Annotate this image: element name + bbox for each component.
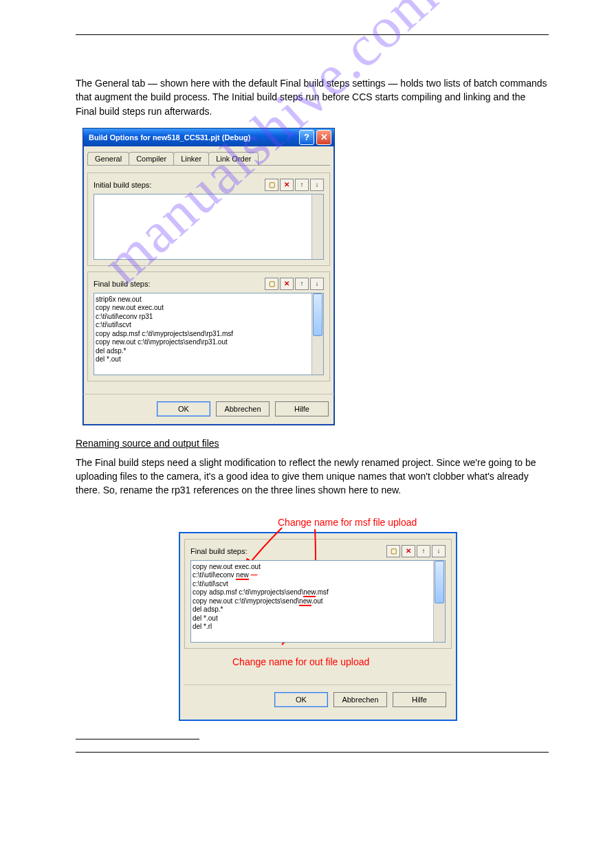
move-down-icon[interactable]: ↓ xyxy=(310,278,324,290)
intro-paragraph: The General tab — shown here with the de… xyxy=(76,76,549,118)
list-item[interactable]: copy adsp.msf c:\ti\myprojects\send\rp31… xyxy=(96,330,322,339)
list-item[interactable]: c:\ti\util\econv new — xyxy=(193,571,443,580)
ok-button[interactable]: OK xyxy=(157,401,210,416)
close-icon[interactable]: ✕ xyxy=(316,130,331,145)
list-item[interactable]: copy new.out exec.out xyxy=(96,304,322,313)
footer-divider xyxy=(76,752,549,753)
list-item[interactable]: del *.out xyxy=(96,355,322,364)
cancel-button[interactable]: Abbrechen xyxy=(333,692,387,707)
rename-section-heading: Renaming source and output files xyxy=(76,438,549,449)
list-item[interactable]: del *.out xyxy=(193,614,443,623)
tab-strip: General Compiler Linker Link Order xyxy=(87,152,330,166)
build-options-dialog-fragment: Final build steps: ▢ ✕ ↑ ↓ copy new.out … xyxy=(179,532,457,721)
new-step-icon[interactable]: ▢ xyxy=(265,278,278,290)
callout-out-upload: Change name for out file upload xyxy=(232,656,369,667)
list-item[interactable]: c:\ti\util\scvt xyxy=(96,321,322,330)
dialog-title: Build Options for new518_CCS31.pjt (Debu… xyxy=(89,133,297,142)
ok-button[interactable]: OK xyxy=(274,692,328,707)
list-item[interactable]: c:\ti\util\scvt xyxy=(193,580,443,589)
move-down-icon[interactable]: ↓ xyxy=(310,179,324,191)
list-item[interactable]: c:\ti\util\econv rp31 xyxy=(96,313,322,322)
initial-steps-label: Initial build steps: xyxy=(94,181,265,189)
callout-msf-upload: Change name for msf file upload xyxy=(278,517,417,528)
tab-general[interactable]: General xyxy=(87,152,129,165)
build-options-dialog: Build Options for new518_CCS31.pjt (Debu… xyxy=(83,128,335,425)
move-up-icon[interactable]: ↑ xyxy=(295,278,309,290)
initial-steps-listbox[interactable] xyxy=(94,194,324,260)
tab-compiler[interactable]: Compiler xyxy=(129,152,174,165)
list-item[interactable]: copy new.out exec.out xyxy=(193,563,443,572)
titlebar[interactable]: Build Options for new518_CCS31.pjt (Debu… xyxy=(83,129,334,146)
list-item[interactable]: del *.rl xyxy=(193,623,443,632)
list-item[interactable]: del adsp.* xyxy=(96,347,322,356)
scrollbar[interactable] xyxy=(433,561,445,642)
header-divider xyxy=(76,34,549,35)
final-steps-group: Final build steps: ▢ ✕ ↑ ↓ copy new.out … xyxy=(184,539,452,649)
initial-steps-group: Initial build steps: ▢ ✕ ↑ ↓ xyxy=(87,173,330,266)
help-button[interactable]: Hilfe xyxy=(393,692,446,707)
scrollbar[interactable] xyxy=(311,293,323,375)
final-steps-label: Final build steps: xyxy=(190,547,386,555)
final-steps-listbox[interactable]: strip6x new.out copy new.out exec.out c:… xyxy=(94,293,324,375)
cancel-button[interactable]: Abbrechen xyxy=(216,401,270,416)
final-steps-group: Final build steps: ▢ ✕ ↑ ↓ strip6x new.o… xyxy=(87,271,330,381)
final-steps-listbox[interactable]: copy new.out exec.out c:\ti\util\econv n… xyxy=(190,560,446,643)
list-item[interactable]: copy new.out c:\ti\myprojects\send\rp31.… xyxy=(96,338,322,347)
list-item[interactable]: copy new.out c:\ti\myprojects\send\new.o… xyxy=(193,597,443,606)
final-steps-label: Final build steps: xyxy=(94,280,265,288)
tab-link-order[interactable]: Link Order xyxy=(208,152,259,165)
new-step-icon[interactable]: ▢ xyxy=(386,545,400,557)
help-button[interactable]: Hilfe xyxy=(275,401,329,416)
scrollbar[interactable] xyxy=(311,194,323,259)
new-step-icon[interactable]: ▢ xyxy=(265,179,278,191)
delete-step-icon[interactable]: ✕ xyxy=(402,545,415,557)
list-item[interactable]: copy adsp.msf c:\ti\myprojects\send\new.… xyxy=(193,588,443,597)
move-down-icon[interactable]: ↓ xyxy=(432,545,446,557)
delete-step-icon[interactable]: ✕ xyxy=(280,278,294,290)
list-item[interactable]: strip6x new.out xyxy=(96,296,322,304)
rename-paragraph: The Final build steps need a slight modi… xyxy=(76,456,549,498)
help-icon[interactable]: ? xyxy=(299,130,314,145)
move-up-icon[interactable]: ↑ xyxy=(295,179,309,191)
list-item[interactable]: del adsp.* xyxy=(193,605,443,614)
delete-step-icon[interactable]: ✕ xyxy=(280,179,294,191)
tab-linker[interactable]: Linker xyxy=(173,152,209,165)
move-up-icon[interactable]: ↑ xyxy=(417,545,430,557)
